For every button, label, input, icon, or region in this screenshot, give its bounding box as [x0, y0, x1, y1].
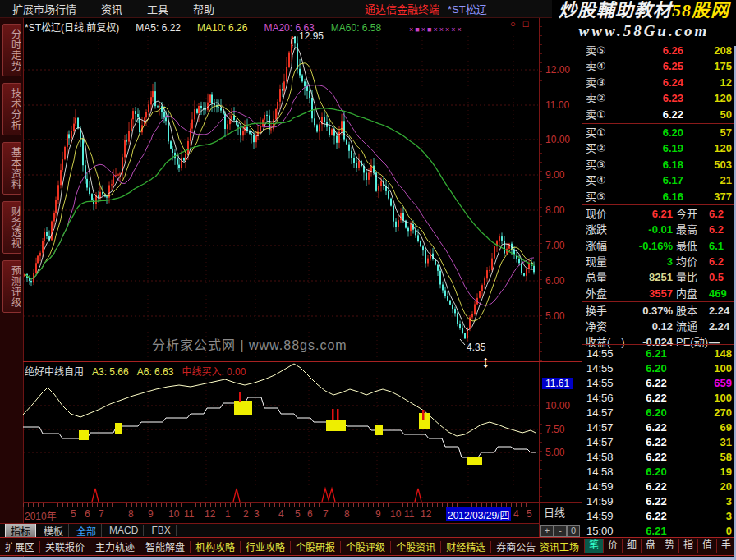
timeline-label[interactable]: 10	[168, 508, 179, 520]
toolbar-button-4[interactable]: 机构攻略	[191, 539, 240, 553]
sell-row-4[interactable]: 卖④6.25175	[582, 59, 736, 73]
timeline-label[interactable]: 3	[254, 508, 260, 520]
timeline-label[interactable]: 8	[344, 508, 350, 520]
sidebar-tab-3[interactable]: 财务透视	[2, 201, 21, 254]
menu-item-0[interactable]: 扩展市场行情	[0, 3, 89, 16]
timeline-label[interactable]: 9	[148, 508, 154, 520]
tick-row-12[interactable]: 15:006.210	[582, 524, 736, 537]
menu-item-1[interactable]: 资讯	[89, 3, 135, 16]
timeline-label[interactable]: 2	[243, 508, 249, 520]
timeline-label[interactable]: 10	[390, 508, 401, 520]
toolbar-button-7[interactable]: 个股评级	[341, 539, 390, 553]
toolbar-button-3[interactable]: 智能解盘	[140, 539, 190, 553]
tick-row-8[interactable]: 14:586.2019	[582, 465, 736, 479]
timeline-label[interactable]: 9	[375, 508, 381, 520]
mini-tab-值[interactable]: 值	[697, 539, 716, 553]
zoom-button-+[interactable]: +	[540, 525, 554, 537]
toolbar-button-1[interactable]: 关联报价	[40, 539, 90, 553]
toolbar-button-10[interactable]: 券商公告	[491, 539, 540, 553]
buy-row-3[interactable]: 买③6.18503	[582, 158, 736, 172]
sidebar-tab-1[interactable]: 技术分析	[2, 83, 21, 135]
timeline-label[interactable]: 6	[307, 508, 313, 520]
news-workshop-button[interactable]: 资讯工场	[540, 539, 579, 553]
info-row-3[interactable]: 现量3均价6.2	[582, 255, 736, 269]
zoom-button-0[interactable]: 0	[567, 525, 580, 537]
tick-row-2[interactable]: 14:556.22659	[582, 376, 736, 390]
info-row-1[interactable]: 涨跌-0.01最高6.2	[582, 223, 736, 236]
info-row-4[interactable]: 总量8251量比0.5	[582, 270, 736, 284]
mini-tab-势[interactable]: 势	[660, 539, 678, 553]
info-row-5[interactable]: 外盘3557内盘469	[582, 287, 736, 301]
timeline-label[interactable]: 5	[527, 508, 532, 520]
mini-tab-细[interactable]: 细	[622, 539, 641, 553]
toolbar-button-9[interactable]: 财经精选	[441, 539, 490, 553]
mini-tab-指[interactable]: 指	[678, 539, 697, 553]
draw-tool-icons[interactable]: ○ □	[510, 19, 531, 29]
tab-指标[interactable]: 指标	[5, 523, 36, 539]
sell-row-1[interactable]: 卖①6.2250	[582, 108, 736, 122]
tick-row-4[interactable]: 14:576.20270	[582, 406, 736, 420]
candle-body	[459, 324, 461, 328]
toolbar-button-2[interactable]: 主力轨迹	[90, 539, 140, 553]
tab-MACD[interactable]: MACD	[104, 525, 144, 536]
timeline-label[interactable]: 6	[85, 508, 90, 520]
timeline-label[interactable]: 12	[205, 508, 215, 520]
tab-FBX[interactable]: FBX	[146, 525, 176, 536]
tick-row-10[interactable]: 14:596.223	[582, 494, 736, 508]
tick-row-9[interactable]: 14:596.2220	[582, 480, 736, 493]
timeline-label[interactable]: 5	[71, 508, 76, 520]
info-row-0[interactable]: 现价6.21今开6.2	[582, 207, 736, 221]
period-label[interactable]: 日线	[544, 504, 565, 520]
buy-row-1[interactable]: 买①6.2057	[582, 126, 736, 140]
tick-row-5[interactable]: 14:576.2269	[582, 420, 736, 434]
sidebar-tab-0[interactable]: 分时走势	[2, 24, 21, 76]
timeline-label[interactable]: 8	[128, 508, 134, 520]
menu-item-3[interactable]: 帮助	[181, 3, 227, 16]
sidebar-tab-4[interactable]: 预测评级	[2, 260, 21, 313]
tick-row-11[interactable]: 14:596.223	[582, 509, 736, 523]
timeline-label[interactable]: 1	[225, 508, 231, 520]
mini-tab-手[interactable]: 手	[716, 539, 735, 553]
tick-row-3[interactable]: 14:566.22100	[582, 391, 736, 405]
indicator-chart[interactable]	[23, 361, 539, 503]
timeline-label[interactable]: 11	[404, 508, 414, 520]
mini-tab-笔[interactable]: 笔	[584, 539, 603, 553]
fund-row-0[interactable]: 换手0.37%股本2.24	[582, 304, 736, 318]
buy-row-5[interactable]: 买⑤6.16377	[582, 190, 736, 204]
divider-main-indicator[interactable]	[23, 361, 582, 362]
info-label2: 今开	[676, 207, 697, 221]
tick-row-7[interactable]: 14:586.2258	[582, 450, 736, 464]
resize-cursor-icon[interactable]: ↕	[481, 352, 490, 371]
sidebar-tab-2[interactable]: 基本资料	[2, 142, 21, 195]
fund-row-1[interactable]: 净资0.12流通2.24	[582, 319, 736, 333]
sell-row-3[interactable]: 卖③6.2412	[582, 76, 736, 90]
buy-row-4[interactable]: 买④6.1721	[582, 173, 736, 187]
timeline-label[interactable]: 7	[99, 508, 104, 520]
timeline-label[interactable]: 7	[323, 508, 329, 520]
timeline-label[interactable]: 4	[513, 508, 519, 520]
timeline-label[interactable]: 4	[278, 508, 284, 520]
tab-全部[interactable]: 全部	[71, 524, 102, 538]
main-candlestick-chart[interactable]	[23, 17, 539, 361]
toolbar-button-5[interactable]: 行业攻略	[241, 539, 290, 553]
menu-item-2[interactable]: 工具	[135, 3, 181, 16]
zoom-button--[interactable]: -	[554, 525, 567, 537]
toolbar-button-6[interactable]: 个股研报	[291, 539, 340, 553]
sell-row-2[interactable]: 卖②6.23120	[582, 91, 736, 105]
tab-模板[interactable]: 模板	[39, 524, 69, 538]
tick-price: 6.22	[628, 509, 685, 523]
toolbar-button-0[interactable]: 扩展区	[0, 539, 39, 553]
timeline-label[interactable]: 5	[295, 508, 301, 520]
timeline-label[interactable]: 2010年	[25, 508, 57, 522]
tick-row-1[interactable]: 14:556.20100	[582, 361, 736, 375]
mini-tab-盘[interactable]: 盘	[641, 539, 660, 553]
info-value2: 0.5	[709, 270, 724, 284]
mini-tab-价[interactable]: 价	[603, 539, 622, 553]
timeline-label[interactable]: 11	[184, 508, 194, 520]
buy-row-2[interactable]: 买②6.19120	[582, 141, 736, 155]
tick-row-6[interactable]: 14:576.2231	[582, 435, 736, 449]
tick-row-0[interactable]: 14:556.21148	[582, 347, 736, 360]
info-row-2[interactable]: 涨幅-0.16%最低6.1	[582, 239, 736, 253]
toolbar-button-8[interactable]: 个股资讯	[391, 539, 440, 553]
timeline-label[interactable]: 12	[421, 508, 431, 520]
